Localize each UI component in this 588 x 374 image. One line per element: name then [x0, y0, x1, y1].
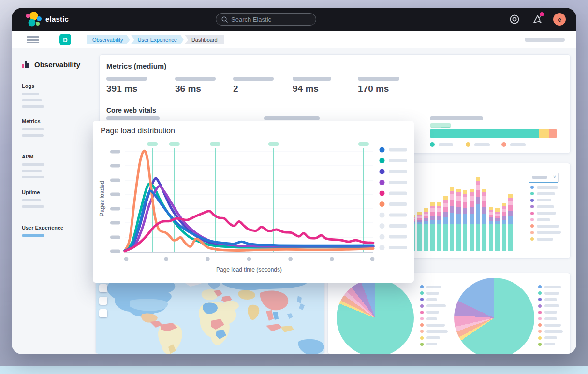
x-tick-placeholder: [247, 257, 251, 261]
bar-segment: [482, 214, 486, 224]
chart-legend-placeholder: [389, 202, 407, 206]
bar-segment: [437, 208, 441, 212]
bar-legend-item[interactable]: [530, 192, 555, 195]
bar-legend-item[interactable]: [530, 218, 550, 221]
pie-legend-item[interactable]: [538, 323, 561, 327]
pie-legend-item[interactable]: [420, 317, 437, 320]
pie-legend-item[interactable]: [538, 317, 557, 320]
pie-legend-item[interactable]: [538, 304, 559, 308]
sidebar-item-metrics[interactable]: Metrics: [22, 118, 44, 141]
pie-legend-item[interactable]: [538, 336, 557, 340]
pie-legend-item[interactable]: [420, 291, 439, 295]
map-zoom-in-button[interactable]: [99, 284, 107, 292]
legend-dot: [538, 285, 542, 288]
bar-segment: [443, 207, 448, 212]
pie-legend-item[interactable]: [420, 343, 437, 346]
sidebar-placeholder-line: [22, 170, 42, 172]
chart-legend-dot: [380, 223, 385, 229]
pie-charts-panel: [327, 273, 571, 354]
cwv-legend-item[interactable]: [430, 142, 453, 147]
breadcrumb-item[interactable]: Dashboard: [185, 35, 224, 44]
help-icon[interactable]: [509, 14, 520, 25]
bar-segment: [463, 197, 467, 202]
chart-legend-placeholder: [389, 235, 407, 239]
pie-legend-item[interactable]: [420, 336, 440, 340]
search-input[interactable]: Search Elastic: [216, 13, 316, 26]
legend-dot: [530, 186, 534, 189]
news-megaphone-icon[interactable]: [532, 14, 544, 25]
bar-legend-item[interactable]: [530, 231, 561, 234]
breadcrumb-item[interactable]: Observability: [87, 35, 130, 44]
bar-legend-item[interactable]: [530, 205, 554, 208]
bar-segment: [450, 213, 454, 224]
pie-legend-item[interactable]: [420, 323, 445, 327]
chart-legend-placeholder: [389, 148, 407, 152]
deployment-tile[interactable]: D: [59, 34, 71, 45]
bar-segment: [489, 217, 493, 221]
annotation-pill: [147, 142, 158, 146]
pie-legend-item[interactable]: [420, 304, 446, 308]
pie-legend-item[interactable]: [420, 330, 448, 333]
pie-legend-item[interactable]: [538, 343, 555, 346]
pie-legend-item[interactable]: [538, 285, 561, 288]
legend-placeholder-pill: [544, 311, 557, 314]
bar-legend-item[interactable]: [530, 199, 551, 202]
pie-legend-item[interactable]: [420, 311, 439, 314]
legend-placeholder-pill: [544, 330, 563, 333]
bar-legend-item[interactable]: [530, 212, 556, 215]
legend-dot: [538, 317, 542, 320]
sidebar-placeholder-line: [22, 176, 44, 178]
bar-segment: [443, 196, 448, 200]
bar-legend-item[interactable]: [530, 237, 553, 241]
legend-placeholder-pill: [426, 286, 441, 288]
cwv-legend-item[interactable]: [466, 142, 490, 147]
sidebar-item-user-experience[interactable]: User Experience: [22, 225, 63, 241]
pie-legend-item[interactable]: [538, 311, 557, 314]
chart-legend-placeholder: [389, 224, 407, 228]
cwv-placeholder-pill: [430, 116, 483, 120]
cwv-legend-item[interactable]: [501, 142, 526, 147]
pie-legend-item[interactable]: [538, 298, 557, 301]
sidebar-item-logs[interactable]: Logs: [22, 83, 44, 112]
map-fit-button[interactable]: [99, 309, 107, 317]
bar-legend-item[interactable]: [530, 186, 558, 189]
legend-dot: [530, 199, 534, 202]
sidebar-placeholder-line: [22, 105, 44, 108]
sidebar-item-apm[interactable]: APM: [22, 154, 44, 182]
breakdown-select[interactable]: ∨: [529, 173, 559, 182]
pie-chart-left: [337, 279, 414, 354]
bar-segment: [495, 224, 500, 251]
pie-legend-item[interactable]: [538, 330, 563, 333]
bar-segment: [508, 211, 513, 216]
bar-segment: [508, 216, 513, 224]
bar-segment: [450, 191, 454, 194]
x-tick-placeholder: [164, 257, 168, 261]
search-icon: [221, 16, 228, 23]
sidebar-item-uptime[interactable]: Uptime: [22, 189, 44, 212]
stacked-bar: [489, 207, 493, 251]
sidebar-placeholder-line: [22, 163, 44, 166]
x-tick-placeholder: [370, 257, 375, 261]
menu-hamburger-icon[interactable]: [27, 36, 39, 43]
pie-legend-item[interactable]: [420, 298, 437, 301]
user-avatar[interactable]: e: [553, 13, 566, 26]
pie-legend-item[interactable]: [538, 291, 559, 295]
sidebar-item-label: Metrics: [22, 118, 44, 124]
map-zoom-out-button[interactable]: [99, 297, 107, 305]
pie-legend-item[interactable]: [420, 285, 441, 288]
page-load-distribution-popup: Page load distribution Pages loaded Page…: [93, 121, 414, 283]
breadcrumb-item[interactable]: User Experience: [131, 35, 184, 44]
chart-legend-dot: [380, 245, 385, 250]
bar-legend-item[interactable]: [530, 224, 559, 228]
sidebar-placeholder-line: [22, 199, 41, 201]
legend-dot: [530, 224, 534, 228]
divider: [80, 31, 80, 48]
bar-segment: [502, 212, 506, 216]
stacked-bar: [476, 177, 480, 251]
legend-dot: [466, 142, 470, 147]
legend-dot: [530, 192, 534, 195]
bar-segment: [482, 189, 486, 192]
y-tick-placeholder: [110, 236, 120, 239]
legend-dot: [538, 311, 542, 314]
chart-legend-placeholder: [389, 181, 407, 184]
